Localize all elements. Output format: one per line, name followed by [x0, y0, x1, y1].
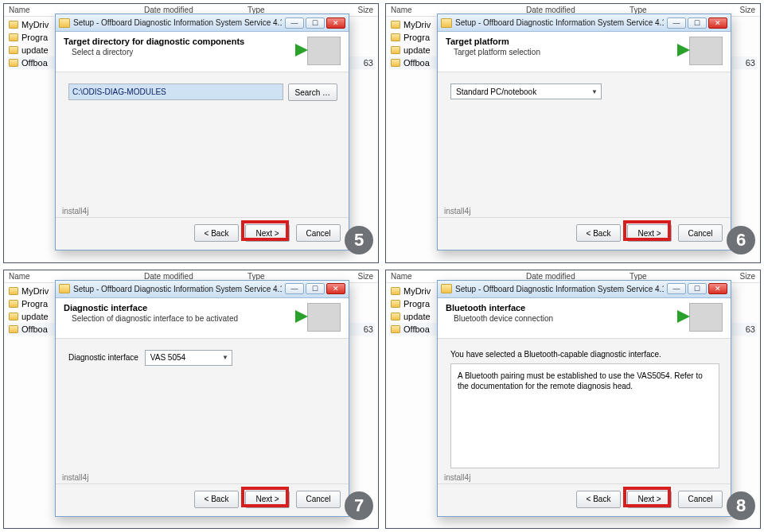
- folder-size: 63: [746, 58, 755, 68]
- folder-name: MyDriv: [403, 286, 431, 296]
- folder-name: MyDriv: [403, 20, 431, 29]
- folder-icon: [9, 325, 18, 333]
- platform-select[interactable]: Standard PC/notebook ▼: [450, 83, 602, 99]
- window-title: Setup - Offboard Diagnostic Information …: [455, 285, 664, 293]
- cancel-button[interactable]: Cancel: [296, 491, 341, 508]
- folder-icon: [9, 313, 18, 320]
- setup-dialog: Setup - Offboard Diagnostic Information …: [55, 280, 349, 517]
- install4j-label: install4j: [438, 207, 731, 217]
- back-button[interactable]: < Back: [576, 491, 621, 508]
- folder-name: update: [403, 45, 431, 55]
- folder-name: Progra: [403, 299, 430, 309]
- maximize-button[interactable]: ☐: [688, 17, 707, 29]
- setup-dialog: Setup - Offboard Diagnostic Information …: [437, 280, 731, 517]
- dialog-heading: Target directory for diagnostic componen…: [56, 32, 349, 72]
- folder-name: Progra: [403, 33, 430, 42]
- window-title: Setup - Offboard Diagnostic Information …: [455, 18, 664, 27]
- minimize-button[interactable]: —: [667, 283, 686, 294]
- next-button[interactable]: Next >: [627, 224, 672, 242]
- chevron-down-icon: ▼: [591, 88, 598, 95]
- folder-name: Offboa: [403, 324, 430, 334]
- dialog-body: Standard PC/notebook ▼: [438, 72, 731, 207]
- search-button[interactable]: Search …: [288, 83, 337, 101]
- folder-icon: [9, 46, 18, 54]
- app-icon: [59, 284, 70, 293]
- close-button[interactable]: ✕: [326, 17, 345, 29]
- target-dir-input[interactable]: [68, 83, 283, 100]
- minimize-button[interactable]: —: [667, 17, 686, 29]
- screenshot-panel: Name Date modified Type Size MyDriv Prog…: [385, 3, 761, 263]
- folder-size: 63: [364, 58, 373, 68]
- close-button[interactable]: ✕: [708, 17, 727, 29]
- folder-name: update: [21, 312, 49, 321]
- heading-sub: Select a directory: [64, 48, 301, 56]
- minimize-button[interactable]: —: [285, 17, 304, 29]
- app-icon: [441, 18, 452, 28]
- window-title: Setup - Offboard Diagnostic Information …: [73, 18, 282, 27]
- dialog-heading: Diagnostic interface Selection of diagno…: [56, 298, 349, 339]
- maximize-button[interactable]: ☐: [688, 283, 707, 294]
- dialog-heading: Target platform Target platform selectio…: [438, 32, 731, 72]
- folder-name: MyDriv: [21, 20, 49, 29]
- close-button[interactable]: ✕: [326, 283, 345, 294]
- folder-name: Offboa: [21, 324, 48, 334]
- install4j-label: install4j: [56, 207, 349, 217]
- dialog-body: You have selected a Bluetooth-capable di…: [438, 339, 731, 473]
- dialog-body: Diagnostic interface VAS 5054 ▼: [56, 339, 349, 473]
- folder-name: Progra: [21, 299, 48, 309]
- screenshot-panel: Name Date modified Type Size MyDriv Prog…: [3, 270, 379, 530]
- maximize-button[interactable]: ☐: [306, 283, 325, 294]
- step-number: 5: [345, 226, 373, 254]
- titlebar[interactable]: Setup - Offboard Diagnostic Information …: [56, 14, 349, 32]
- folder-icon: [9, 300, 18, 308]
- next-button[interactable]: Next >: [245, 491, 290, 508]
- dialog-footer: < Back Next > Cancel: [438, 483, 731, 516]
- titlebar[interactable]: Setup - Offboard Diagnostic Information …: [56, 281, 349, 298]
- folder-size: 63: [364, 324, 373, 334]
- dialog-body: Search …: [56, 72, 349, 207]
- titlebar[interactable]: Setup - Offboard Diagnostic Information …: [438, 14, 731, 32]
- app-icon: [59, 18, 70, 28]
- folder-icon: [9, 21, 18, 29]
- diag-interface-value: VAS 5054: [150, 353, 185, 362]
- folder-name: Progra: [21, 33, 48, 42]
- maximize-button[interactable]: ☐: [306, 17, 325, 29]
- step-number: 7: [345, 491, 373, 520]
- cancel-button[interactable]: Cancel: [678, 224, 723, 242]
- folder-icon: [9, 287, 18, 295]
- screenshot-panel: Name Date modified Type Size MyDriv Prog…: [385, 270, 761, 530]
- folder-icon: [9, 59, 18, 67]
- cancel-button[interactable]: Cancel: [678, 491, 723, 508]
- diag-interface-select[interactable]: VAS 5054 ▼: [145, 350, 232, 366]
- folder-icon: [391, 300, 400, 308]
- folder-name: Offboa: [403, 58, 430, 68]
- back-button[interactable]: < Back: [576, 224, 621, 242]
- heading-title: Target directory for diagnostic componen…: [64, 37, 301, 46]
- cancel-button[interactable]: Cancel: [296, 224, 341, 242]
- next-button[interactable]: Next >: [627, 491, 672, 508]
- bt-intro: You have selected a Bluetooth-capable di…: [450, 350, 719, 359]
- folder-icon: [391, 46, 400, 54]
- dialog-footer: < Back Next > Cancel: [56, 483, 349, 516]
- back-button[interactable]: < Back: [194, 491, 239, 508]
- folder-icon: [391, 33, 400, 41]
- folder-name: MyDriv: [21, 286, 49, 296]
- setup-dialog: Setup - Offboard Diagnostic Information …: [55, 14, 349, 250]
- heading-sub: Selection of diagnostic interface to be …: [64, 314, 301, 323]
- titlebar[interactable]: Setup - Offboard Diagnostic Information …: [438, 281, 731, 298]
- folder-icon: [391, 21, 400, 29]
- heading-sub: Bluetooth device connection: [446, 314, 683, 323]
- heading-sub: Target platform selection: [446, 48, 683, 56]
- wizard-icon: [307, 303, 341, 332]
- diag-interface-label: Diagnostic interface: [68, 353, 138, 362]
- minimize-button[interactable]: —: [285, 283, 304, 294]
- next-button[interactable]: Next >: [245, 224, 290, 242]
- window-title: Setup - Offboard Diagnostic Information …: [73, 285, 282, 293]
- close-button[interactable]: ✕: [708, 283, 727, 294]
- folder-name: update: [21, 45, 49, 55]
- folder-icon: [391, 287, 400, 295]
- back-button[interactable]: < Back: [194, 224, 239, 242]
- heading-title: Bluetooth interface: [446, 303, 683, 313]
- dialog-heading: Bluetooth interface Bluetooth device con…: [438, 298, 731, 339]
- install4j-label: install4j: [56, 473, 349, 483]
